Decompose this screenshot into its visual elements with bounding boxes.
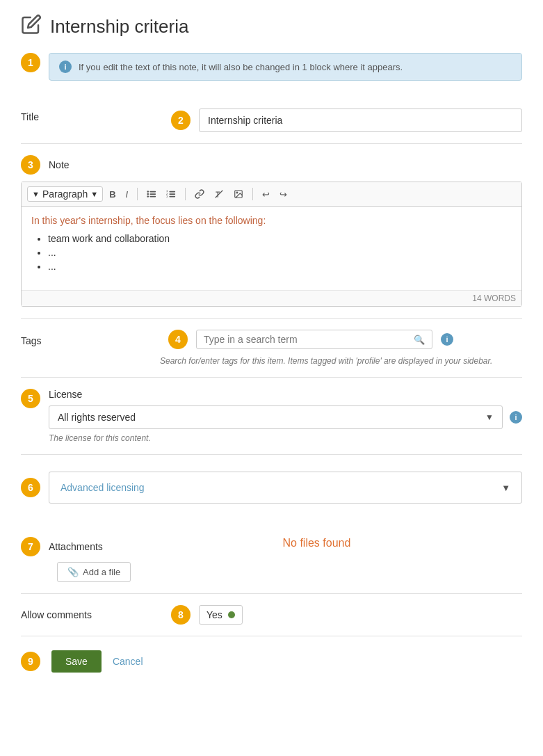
attachments-label: Attachments xyxy=(49,541,103,552)
svg-rect-9 xyxy=(170,193,176,195)
editor-wrapper: ▼ Paragraph ▼ B I 123 ↩ xyxy=(21,182,522,307)
title-label: Title xyxy=(21,108,160,122)
editor-list-item-2: ... xyxy=(48,247,512,258)
attachments-main-row: 7 Attachments No files found xyxy=(21,537,522,556)
svg-point-0 xyxy=(147,191,149,193)
license-hint: The license for this content. xyxy=(49,433,522,443)
save-button[interactable]: Save xyxy=(51,650,102,673)
svg-rect-7 xyxy=(170,191,176,193)
title-input[interactable] xyxy=(199,108,522,132)
bold-button[interactable]: B xyxy=(106,187,119,202)
word-count: 14 WORDS xyxy=(22,290,521,306)
step-badge-1: 1 xyxy=(21,53,40,72)
svg-point-16 xyxy=(236,192,238,193)
license-content: License All rights reserved ▼ i The lice… xyxy=(49,389,522,443)
note-section: 3 Note ▼ Paragraph ▼ B I 123 xyxy=(21,144,522,319)
info-icon: i xyxy=(59,61,72,73)
step-badge-7: 7 xyxy=(21,537,40,556)
license-label: License xyxy=(49,389,522,400)
search-icon: 🔍 xyxy=(414,335,425,345)
step-badge-2: 2 xyxy=(171,111,191,130)
tags-row: Tags 4 🔍 i Search for/enter tags for thi… xyxy=(21,319,522,378)
svg-point-2 xyxy=(147,193,149,195)
svg-rect-3 xyxy=(150,193,156,195)
tags-label: Tags xyxy=(21,332,160,346)
comments-toggle[interactable]: Yes xyxy=(199,605,243,625)
toolbar-divider-2 xyxy=(185,188,186,200)
editor-toolbar: ▼ Paragraph ▼ B I 123 ↩ xyxy=(22,182,521,207)
note-label: Note xyxy=(49,159,70,170)
edit-icon xyxy=(21,14,42,39)
svg-text:3: 3 xyxy=(166,195,168,198)
chevron-down-icon-3: ▼ xyxy=(485,412,494,422)
svg-rect-11 xyxy=(170,196,176,198)
add-file-label: Add a file xyxy=(83,567,120,577)
chevron-down-icon-2: ▼ xyxy=(90,190,98,198)
undo-button[interactable]: ↩ xyxy=(259,187,273,202)
toolbar-divider-3 xyxy=(252,188,253,200)
info-banner: i If you edit the text of this note, it … xyxy=(49,53,522,81)
step-badge-3: 3 xyxy=(21,155,40,175)
page-title-area: Internship criteria xyxy=(21,14,522,39)
tags-search-input[interactable] xyxy=(204,334,410,345)
chevron-down-icon: ▼ xyxy=(32,190,40,198)
license-section: 5 License All rights reserved ▼ i The li… xyxy=(21,378,522,455)
comments-label: Allow comments xyxy=(21,609,160,620)
add-file-row: 📎 Add a file xyxy=(21,562,522,582)
license-info-icon[interactable]: i xyxy=(510,411,522,424)
tags-controls: 4 🔍 i xyxy=(168,330,522,349)
title-row: Title 2 xyxy=(21,97,522,144)
advanced-licensing-toggle[interactable]: Advanced licensing ▼ xyxy=(49,472,522,504)
advanced-row-outer: 6 Advanced licensing ▼ xyxy=(21,460,522,515)
numbered-list-button[interactable]: 123 xyxy=(163,187,179,201)
svg-line-14 xyxy=(216,191,223,198)
tags-info-icon[interactable]: i xyxy=(441,333,453,346)
license-value: All rights reserved xyxy=(58,412,136,423)
advanced-label: Advanced licensing xyxy=(60,482,145,493)
link-button[interactable] xyxy=(191,187,208,201)
no-files-text: No files found xyxy=(282,537,350,549)
note-label-row: 3 Note xyxy=(21,155,522,175)
cancel-link[interactable]: Cancel xyxy=(113,656,143,667)
svg-rect-5 xyxy=(150,196,156,198)
paragraph-label: Paragraph xyxy=(42,188,88,200)
editor-list-item-3: ... xyxy=(48,261,512,272)
comments-value: Yes xyxy=(206,609,222,620)
tags-hint-row: Search for/enter tags for this item. Ite… xyxy=(21,349,492,366)
toolbar-divider-1 xyxy=(137,188,138,200)
editor-list-item-1: team work and collaboration xyxy=(48,233,512,244)
action-row: 9 Save Cancel xyxy=(21,636,522,686)
comments-controls: 8 Yes xyxy=(171,605,243,625)
tags-input-row: Tags 4 🔍 i xyxy=(21,330,522,349)
step-badge-8: 8 xyxy=(171,605,191,625)
step-badge-5: 5 xyxy=(21,389,40,408)
editor-list: team work and collaboration ... ... xyxy=(31,233,512,272)
svg-point-4 xyxy=(147,195,149,198)
step-badge-9: 9 xyxy=(21,652,40,671)
tags-search-wrapper: 🔍 xyxy=(196,330,432,349)
editor-content[interactable]: In this year's internship, the focus lie… xyxy=(22,207,521,290)
license-step-row: 5 License All rights reserved ▼ i The li… xyxy=(21,389,522,443)
step-badge-6: 6 xyxy=(21,478,40,497)
editor-intro: In this year's internship, the focus lie… xyxy=(31,215,512,226)
license-row: All rights reserved ▼ i xyxy=(49,405,522,429)
italic-button[interactable]: I xyxy=(122,187,132,202)
page-title: Internship criteria xyxy=(50,16,188,38)
step-badge-4: 4 xyxy=(168,330,188,349)
paperclip-icon: 📎 xyxy=(67,567,79,577)
image-button[interactable] xyxy=(230,187,247,201)
step-1-row: 1 i If you edit the text of this note, i… xyxy=(21,53,522,97)
bullet-list-button[interactable] xyxy=(143,187,160,201)
toggle-dot xyxy=(228,611,235,618)
add-file-button[interactable]: 📎 Add a file xyxy=(57,562,131,582)
tags-hint: Search for/enter tags for this item. Ite… xyxy=(160,356,492,366)
format-clear-button[interactable] xyxy=(211,187,227,201)
toolbar-style-select[interactable]: ▼ Paragraph ▼ xyxy=(27,186,103,202)
redo-button[interactable]: ↪ xyxy=(276,187,291,202)
license-select[interactable]: All rights reserved ▼ xyxy=(49,405,503,429)
no-files-area: No files found xyxy=(111,537,522,549)
info-banner-text: If you edit the text of this note, it wi… xyxy=(79,62,403,72)
attachments-label-area: 7 Attachments xyxy=(21,537,103,556)
title-field-area: 2 xyxy=(171,108,522,132)
comments-section: Allow comments 8 Yes xyxy=(21,594,522,636)
